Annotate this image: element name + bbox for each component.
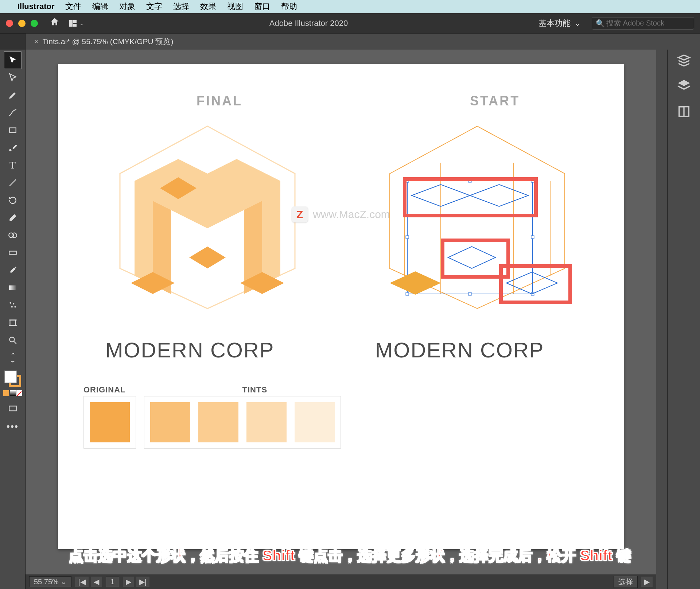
svg-rect-0 <box>69 20 73 27</box>
swatch-tint-1[interactable] <box>150 402 190 442</box>
symbol-sprayer-tool[interactable] <box>4 297 21 314</box>
menu-file[interactable]: 文件 <box>65 1 81 12</box>
right-panel-dock <box>667 50 700 589</box>
libraries-panel-icon[interactable] <box>677 104 691 119</box>
artboard-number[interactable]: 1 <box>106 577 119 587</box>
watermark-badge: Z <box>292 206 308 222</box>
swatch-tint-2[interactable] <box>198 402 238 442</box>
artboard-divider <box>341 79 341 535</box>
swatch-row <box>83 396 341 449</box>
document-tab[interactable]: × Tints.ai* @ 55.75% (CMYK/GPU 预览) <box>26 34 182 50</box>
curvature-tool[interactable] <box>4 104 21 121</box>
swatch-group-tints <box>144 396 341 449</box>
swatch-tint-4[interactable] <box>295 402 335 442</box>
artboard-tool[interactable] <box>4 314 21 331</box>
menu-view[interactable]: 视图 <box>227 1 243 12</box>
rotate-tool[interactable] <box>4 192 21 209</box>
adobe-stock-search[interactable]: 🔍 <box>592 17 694 30</box>
selection-tool[interactable] <box>4 52 21 69</box>
status-scroll-right-icon[interactable]: ▶ <box>641 577 653 587</box>
logo-start[interactable] <box>375 123 579 312</box>
start-label: START <box>470 93 520 109</box>
status-bar: 55.75% ⌄ |◀ ◀ 1 ▶ ▶| 选择 ▶ <box>26 574 656 589</box>
app-menu[interactable]: Illustrator <box>18 2 54 11</box>
highlight-box-top <box>403 177 538 217</box>
line-tool[interactable] <box>4 174 21 191</box>
swatch-original-label: ORIGINAL <box>83 385 126 395</box>
svg-line-4 <box>9 179 16 186</box>
svg-point-11 <box>11 306 12 307</box>
mac-menubar: Illustrator 文件 编辑 对象 文字 选择 效果 视图 窗口 帮助 <box>0 0 700 13</box>
gradient-tool[interactable] <box>4 279 21 296</box>
next-artboard-icon[interactable]: ▶ <box>123 577 134 587</box>
menu-effect[interactable]: 效果 <box>200 1 216 12</box>
close-window-button[interactable] <box>6 20 13 27</box>
svg-point-6 <box>12 233 16 238</box>
width-tool[interactable] <box>4 244 21 261</box>
search-icon: 🔍 <box>596 19 605 28</box>
instruction-overlay: 点击选中这个形状，然后按住 Shift 键点击，选择更多形状，选择完成后，松开 … <box>0 546 700 566</box>
swatch-original[interactable] <box>90 402 130 442</box>
shape-builder-tool[interactable] <box>4 227 21 244</box>
toolbox-header <box>0 34 26 50</box>
canvas[interactable]: FINAL START <box>26 50 656 589</box>
menu-select[interactable]: 选择 <box>173 1 189 12</box>
artboard[interactable]: FINAL START <box>58 64 624 549</box>
menu-object[interactable]: 对象 <box>119 1 135 12</box>
watermark: Z www.MacZ.com <box>292 206 390 222</box>
last-artboard-icon[interactable]: ▶| <box>136 577 149 587</box>
vertical-scrollbar[interactable] <box>656 50 667 589</box>
layers-panel-icon[interactable] <box>677 79 691 93</box>
swatch-tint-3[interactable] <box>246 402 287 442</box>
highlight-box-bottom <box>499 264 572 304</box>
svg-point-12 <box>14 306 16 307</box>
color-mode-color[interactable] <box>3 390 9 396</box>
color-mode-gradient[interactable] <box>10 390 16 396</box>
menu-window[interactable]: 窗口 <box>254 1 270 12</box>
pen-tool[interactable] <box>4 87 21 104</box>
window-controls <box>6 20 38 27</box>
zoom-window-button[interactable] <box>31 20 38 27</box>
artboard-nav[interactable]: |◀ ◀ <box>75 577 102 587</box>
workspace-switcher[interactable]: 基本功能 ⌄ <box>533 16 586 31</box>
svg-line-17 <box>14 341 16 344</box>
fill-swatch[interactable] <box>4 371 17 383</box>
arrange-documents-icon[interactable]: ⌄ <box>69 19 84 28</box>
fill-stroke-swap-icon[interactable] <box>4 349 21 366</box>
watermark-text: www.MacZ.com <box>313 208 390 221</box>
stock-search-input[interactable] <box>606 19 690 27</box>
tool-status[interactable]: 选择 <box>614 576 638 588</box>
close-tab-icon[interactable]: × <box>34 38 38 46</box>
svg-rect-13 <box>10 320 15 325</box>
zoom-level[interactable]: 55.75% ⌄ <box>29 576 71 587</box>
menu-help[interactable]: 帮助 <box>281 1 297 12</box>
menu-edit[interactable]: 编辑 <box>92 1 108 12</box>
edit-toolbar-button[interactable]: ••• <box>4 418 21 435</box>
final-label: FINAL <box>197 93 242 109</box>
svg-rect-33 <box>679 107 684 117</box>
svg-point-10 <box>13 303 14 305</box>
color-mode-buttons[interactable] <box>3 390 22 396</box>
swatch-labels: ORIGINAL TINTS <box>83 385 267 395</box>
first-artboard-icon[interactable]: |◀ <box>75 577 88 587</box>
screen-mode-button[interactable] <box>4 400 21 417</box>
workspace-label: 基本功能 <box>538 18 571 29</box>
menu-type[interactable]: 文字 <box>146 1 162 12</box>
minimize-window-button[interactable] <box>18 20 26 27</box>
zoom-tool[interactable] <box>4 332 21 349</box>
color-mode-none[interactable] <box>16 390 22 396</box>
type-tool[interactable]: T <box>4 157 21 174</box>
direct-selection-tool[interactable] <box>4 69 21 86</box>
home-icon[interactable] <box>50 17 60 30</box>
paintbrush-tool[interactable] <box>4 139 21 156</box>
chevron-down-icon: ⌄ <box>574 19 581 28</box>
fill-stroke-indicator[interactable] <box>4 370 22 388</box>
rectangle-tool[interactable] <box>4 122 21 139</box>
eyedropper-tool[interactable] <box>4 262 21 279</box>
prev-artboard-icon[interactable]: ◀ <box>91 577 102 587</box>
swatch-group-original <box>83 396 136 449</box>
eraser-tool[interactable] <box>4 209 21 226</box>
properties-panel-icon[interactable] <box>677 53 691 68</box>
artboard-nav-next[interactable]: ▶ ▶| <box>123 577 149 587</box>
swatch-tints-label: TINTS <box>242 385 268 395</box>
